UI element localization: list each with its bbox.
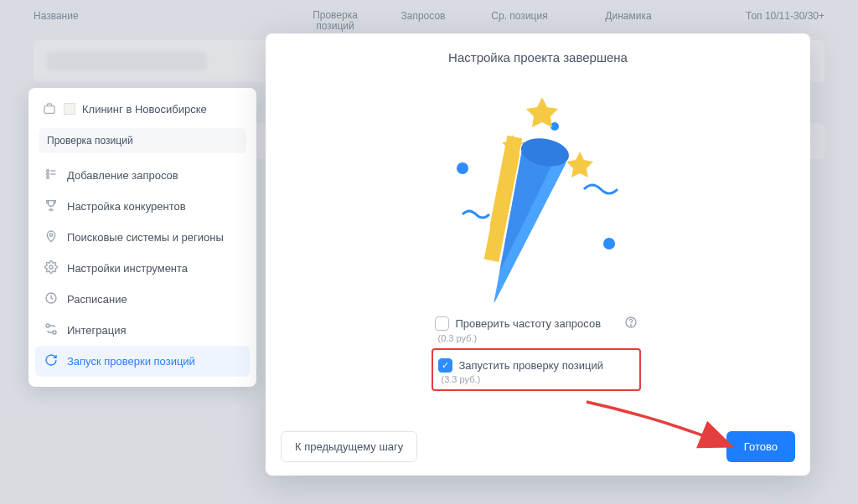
svg-point-7	[49, 265, 53, 269]
svg-point-9	[46, 324, 49, 327]
checkbox-run-check[interactable]: ✓	[438, 358, 452, 373]
option-sub: (0.3 руб.)	[432, 333, 641, 347]
svg-point-10	[53, 331, 56, 334]
svg-point-12	[603, 238, 615, 249]
section-label: Проверка позиций	[39, 128, 246, 153]
sidebar-item-label: Настройка конкурентов	[67, 200, 186, 213]
refresh-icon	[44, 353, 59, 369]
sidebar-item-competitors[interactable]: Настройка конкурентов	[35, 191, 250, 222]
checkbox-frequency[interactable]	[435, 316, 449, 331]
svg-point-11	[457, 162, 468, 174]
options-block: Проверить частоту запросов (0.3 руб.) ✓ …	[432, 311, 641, 391]
project-row: Клининг в Новосибирске	[35, 96, 250, 125]
sidebar-item-label: Поисковые системы и регионы	[67, 231, 224, 244]
integration-icon	[44, 322, 59, 338]
svg-point-3	[47, 177, 49, 179]
sidebar-item-label: Добавление запросов	[67, 169, 178, 182]
option-run-check[interactable]: ✓ Запустить проверку позиций	[435, 353, 638, 374]
svg-point-20	[630, 325, 631, 326]
sidebar-item-schedule[interactable]: Расписание	[35, 284, 250, 315]
modal-footer: К предыдущему шагу Готово	[281, 431, 795, 462]
trophy-icon	[44, 198, 59, 214]
sidebar-item-integration[interactable]: Интеграция	[35, 315, 250, 346]
sidebar-item-label: Расписание	[67, 293, 127, 306]
sidebar-item-search-regions[interactable]: Поисковые системы и регионы	[35, 222, 250, 253]
completion-modal: Настройка проекта завершена	[266, 33, 810, 476]
sidebar-item-label: Интеграция	[67, 324, 127, 337]
project-name: Клининг в Новосибирске	[82, 103, 207, 116]
sidebar-item-tool-settings[interactable]: Настройки инструмента	[35, 253, 250, 284]
plus-list-icon	[44, 167, 59, 183]
sidebar-item-label: Запуск проверки позиций	[67, 355, 195, 368]
svg-point-2	[47, 173, 49, 176]
highlighted-option: ✓ Запустить проверку позиций (3.3 руб.)	[432, 348, 641, 391]
pin-icon	[44, 229, 59, 245]
option-label: Запустить проверку позиций	[459, 359, 604, 372]
sidebar-item-add-queries[interactable]: Добавление запросов	[35, 160, 250, 191]
gear-icon	[44, 260, 59, 276]
option-check-frequency[interactable]: Проверить частоту запросов	[432, 311, 641, 333]
briefcase-icon	[42, 101, 57, 116]
confetti-illustration	[412, 76, 664, 302]
prev-step-button[interactable]: К предыдущему шагу	[281, 431, 417, 462]
project-color-swatch	[64, 103, 75, 115]
done-button[interactable]: Готово	[726, 431, 795, 462]
sidebar-item-run-check[interactable]: Запуск проверки позиций	[35, 346, 250, 377]
option-sub: (3.3 руб.)	[435, 374, 638, 388]
help-icon[interactable]	[624, 316, 638, 332]
wizard-sidebar: Клининг в Новосибирске Проверка позиций …	[28, 88, 256, 387]
modal-title: Настройка проекта завершена	[448, 50, 628, 64]
svg-point-6	[49, 234, 52, 236]
option-label: Проверить частоту запросов	[456, 317, 602, 330]
svg-rect-0	[44, 106, 54, 114]
svg-point-1	[47, 170, 49, 172]
clock-icon	[44, 291, 59, 307]
sidebar-item-label: Настройки инструмента	[67, 262, 188, 275]
